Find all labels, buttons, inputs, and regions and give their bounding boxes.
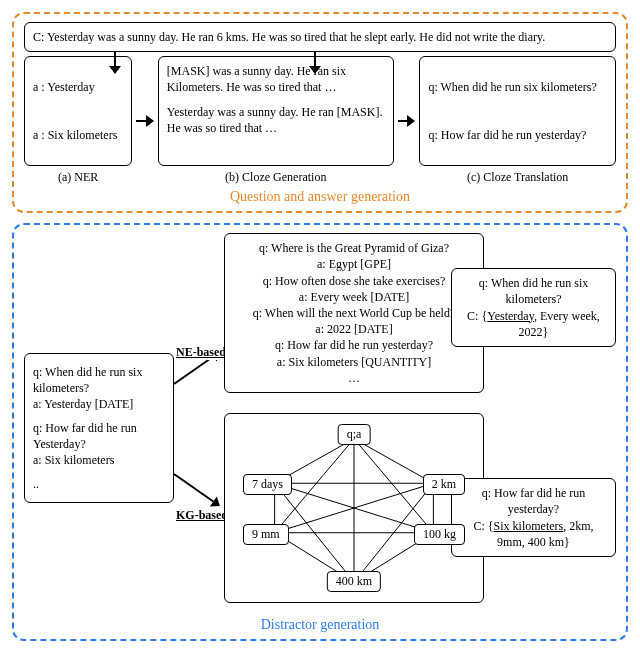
ne-line: a: Egypt [GPE]	[233, 256, 475, 272]
kg-graph-box: q;a 7 days 2 km 9 mm 100 kg 400 km	[224, 413, 484, 603]
qa-caption: Question and answer generation	[24, 189, 616, 205]
input-q1: q: When did he run six kilometers?	[33, 364, 165, 396]
ne-line: q: Where is the Great Pyramid of Giza?	[233, 240, 475, 256]
cloze-box: [MASK] was a sunny day. He ran six Kilom…	[158, 56, 394, 166]
kg-node-9mm: 9 mm	[243, 524, 289, 545]
arrow-right-icon	[173, 473, 213, 502]
kg-node-100kg: 100 kg	[414, 524, 465, 545]
cloze-line-1: [MASK] was a sunny day. He ran six Kilom…	[167, 63, 385, 95]
arrow-right-icon	[398, 114, 416, 128]
translation-column: q: When did he run six kilometers? q: Ho…	[419, 56, 616, 185]
input-dots: ..	[33, 476, 165, 492]
ne-line: a: Six kilometers [QUANTITY]	[233, 354, 475, 370]
ne-line: q: When will the next World Cup be held?	[233, 305, 475, 321]
kg-node-2km: 2 km	[423, 474, 465, 495]
kg-graph: q;a 7 days 2 km 9 mm 100 kg 400 km	[224, 413, 484, 603]
ner-column: a : Yesterday a : Six kilometers (a) NER	[24, 56, 132, 185]
context-text: C: Yesterday was a sunny day. He ran 6 k…	[33, 30, 545, 44]
cloze-label: (b) Cloze Generation	[158, 170, 394, 185]
svg-line-1	[354, 439, 433, 484]
ne-line: q: How often dose she take exercises?	[233, 273, 475, 289]
ne-line: q: How far did he run yesterday?	[233, 337, 475, 353]
ne-output-box: q: When did he run six kilometers? C: {Y…	[451, 268, 616, 347]
kg-based-label: KG-based	[174, 508, 230, 523]
distractor-region: q: When did he run six kilometers? a: Ye…	[12, 223, 628, 641]
ne-based-label: NE-based	[174, 345, 228, 360]
translation-q1: q: When did he run six kilometers?	[428, 79, 607, 95]
kg-node-qa: q;a	[338, 424, 371, 445]
translation-label: (c) Cloze Translation	[419, 170, 616, 185]
kg-node-400km: 400 km	[327, 571, 381, 592]
ne-line: a: 2022 [DATE]	[233, 321, 475, 337]
translation-box: q: When did he run six kilometers? q: Ho…	[419, 56, 616, 166]
arrow-right-icon	[136, 114, 154, 128]
translation-q2: q: How far did he run yesterday?	[428, 127, 607, 143]
distractor-caption: Distractor generation	[24, 617, 616, 633]
context-box: C: Yesterday was a sunny day. He ran 6 k…	[24, 22, 616, 52]
svg-line-3	[354, 439, 433, 533]
arrow-right-icon	[173, 356, 213, 385]
ne-line: …	[233, 370, 475, 386]
ne-line: a: Every week [DATE]	[233, 289, 475, 305]
distractor-layout: q: When did he run six kilometers? a: Ye…	[24, 233, 616, 613]
qa-row: a : Yesterday a : Six kilometers (a) NER…	[24, 56, 616, 185]
input-a1: a: Yesterday [DATE]	[33, 396, 165, 412]
arrow-down-icon	[114, 52, 116, 66]
qa-region: C: Yesterday was a sunny day. He ran 6 k…	[12, 12, 628, 213]
ne-examples-box: q: Where is the Great Pyramid of Giza? a…	[224, 233, 484, 393]
cloze-column: [MASK] was a sunny day. He ran six Kilom…	[158, 56, 394, 185]
arrow-down-icon	[314, 52, 316, 66]
kg-node-7days: 7 days	[243, 474, 292, 495]
input-a2: a: Six kilometers	[33, 452, 165, 468]
cloze-line-2: Yesterday was a sunny day. He ran [MASK]…	[167, 104, 385, 136]
input-qa-box: q: When did he run six kilometers? a: Ye…	[24, 353, 174, 503]
ne-out-q: q: When did he run six kilometers?	[460, 275, 607, 307]
ne-out-c: C: {Yesterday, Every week, 2022}	[460, 308, 607, 340]
input-q2: q: How far did he run Yesterday?	[33, 420, 165, 452]
ner-answer-2: a : Six kilometers	[33, 127, 123, 143]
ner-label: (a) NER	[24, 170, 132, 185]
ner-answer-1: a : Yesterday	[33, 79, 123, 95]
